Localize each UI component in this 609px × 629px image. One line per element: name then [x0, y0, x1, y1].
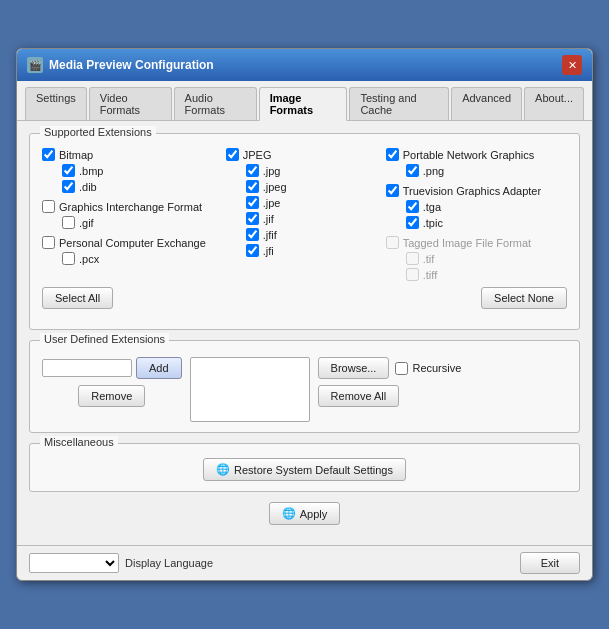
- user-defined-inner: Add Remove Browse... Recursive Re: [42, 357, 567, 422]
- user-defined-right: Browse... Recursive Remove All: [318, 357, 462, 422]
- jpeg-group-item: JPEG: [226, 148, 366, 161]
- select-all-button[interactable]: Select All: [42, 287, 113, 309]
- pcx-group-checkbox[interactable]: [42, 236, 55, 249]
- extension-input[interactable]: [42, 359, 132, 377]
- png-item: .png: [406, 164, 541, 177]
- user-defined-section: User Defined Extensions Add Remove Brows…: [29, 340, 580, 433]
- jfi-label: .jfi: [263, 245, 274, 257]
- misc-inner: 🌐 Restore System Default Settings: [42, 458, 567, 481]
- language-label: Display Language: [125, 557, 213, 569]
- restore-button[interactable]: 🌐 Restore System Default Settings: [203, 458, 406, 481]
- recursive-label: Recursive: [412, 362, 461, 374]
- select-row: Select All Select None: [42, 287, 567, 309]
- tab-advanced[interactable]: Advanced: [451, 87, 522, 120]
- tab-settings[interactable]: Settings: [25, 87, 87, 120]
- pcx-checkbox[interactable]: [62, 252, 75, 265]
- remove-button[interactable]: Remove: [78, 385, 145, 407]
- apply-label: Apply: [300, 508, 328, 520]
- tga-group-checkbox[interactable]: [386, 184, 399, 197]
- bitmap-item: Bitmap: [42, 148, 206, 161]
- jif-checkbox[interactable]: [246, 212, 259, 225]
- tab-about[interactable]: About...: [524, 87, 584, 120]
- tiff-ext-label: .tiff: [423, 269, 437, 281]
- extensions-grid: Bitmap .bmp .dib Graphics Interchange Fo…: [42, 148, 567, 281]
- tab-audio-formats[interactable]: Audio Formats: [174, 87, 257, 120]
- jpeg-ext-label: .jpeg: [263, 181, 287, 193]
- pcx-item: .pcx: [62, 252, 206, 265]
- jpg-item: .jpg: [246, 164, 366, 177]
- content-area: Supported Extensions Bitmap .bmp .dib: [17, 121, 592, 545]
- jfi-checkbox[interactable]: [246, 244, 259, 257]
- pcx-group-label: Personal Computer Exchange: [59, 237, 206, 249]
- language-select-container: Display Language: [29, 553, 213, 573]
- tiff-group-checkbox[interactable]: [386, 236, 399, 249]
- apply-row: 🌐 Apply: [29, 502, 580, 525]
- gif-checkbox[interactable]: [62, 216, 75, 229]
- add-button[interactable]: Add: [136, 357, 182, 379]
- gif-group-label: Graphics Interchange Format: [59, 201, 202, 213]
- jpeg-group-label: JPEG: [243, 149, 272, 161]
- user-defined-label: User Defined Extensions: [40, 333, 169, 345]
- language-dropdown[interactable]: [29, 553, 119, 573]
- tab-image-formats[interactable]: Image Formats: [259, 87, 348, 121]
- jif-label: .jif: [263, 213, 274, 225]
- apply-button[interactable]: 🌐 Apply: [269, 502, 341, 525]
- window-title: Media Preview Configuration: [49, 58, 214, 72]
- bmp-label: .bmp: [79, 165, 103, 177]
- title-bar: 🎬 Media Preview Configuration ✕: [17, 49, 592, 81]
- jpe-label: .jpe: [263, 197, 281, 209]
- jfif-item: .jfif: [246, 228, 366, 241]
- jpg-checkbox[interactable]: [246, 164, 259, 177]
- extensions-col-2: JPEG .jpg .jpeg .jpe: [226, 148, 366, 281]
- dib-label: .dib: [79, 181, 97, 193]
- jfif-checkbox[interactable]: [246, 228, 259, 241]
- bmp-checkbox[interactable]: [62, 164, 75, 177]
- jpeg-ext-checkbox[interactable]: [246, 180, 259, 193]
- recursive-checkbox[interactable]: [395, 362, 408, 375]
- tif-checkbox[interactable]: [406, 252, 419, 265]
- supported-extensions-label: Supported Extensions: [40, 126, 156, 138]
- user-defined-left: Add Remove: [42, 357, 182, 422]
- gif-group-checkbox[interactable]: [42, 200, 55, 213]
- gif-label: .gif: [79, 217, 94, 229]
- png-checkbox[interactable]: [406, 164, 419, 177]
- remove-all-button[interactable]: Remove All: [318, 385, 400, 407]
- dib-checkbox[interactable]: [62, 180, 75, 193]
- png-label: .png: [423, 165, 444, 177]
- tiff-checkbox[interactable]: [406, 268, 419, 281]
- png-group-label: Portable Network Graphics: [403, 149, 534, 161]
- pcx-group-item: Personal Computer Exchange: [42, 236, 206, 249]
- tabs-bar: Settings Video Formats Audio Formats Ima…: [17, 81, 592, 121]
- tpic-checkbox[interactable]: [406, 216, 419, 229]
- jpg-label: .jpg: [263, 165, 281, 177]
- tab-testing-cache[interactable]: Testing and Cache: [349, 87, 449, 120]
- exit-button[interactable]: Exit: [520, 552, 580, 574]
- list-box-container: [190, 357, 310, 422]
- jif-item: .jif: [246, 212, 366, 225]
- jpeg-ext-item: .jpeg: [246, 180, 366, 193]
- tpic-item: .tpic: [406, 216, 541, 229]
- browse-button[interactable]: Browse...: [318, 357, 390, 379]
- gif-group-item: Graphics Interchange Format: [42, 200, 206, 213]
- tab-video-formats[interactable]: Video Formats: [89, 87, 172, 120]
- jpe-checkbox[interactable]: [246, 196, 259, 209]
- gif-item: .gif: [62, 216, 206, 229]
- restore-label: Restore System Default Settings: [234, 464, 393, 476]
- tga-checkbox[interactable]: [406, 200, 419, 213]
- extensions-col-1: Bitmap .bmp .dib Graphics Interchange Fo…: [42, 148, 206, 281]
- extensions-col-3: Portable Network Graphics .png Truevisio…: [386, 148, 541, 281]
- dib-item: .dib: [62, 180, 206, 193]
- png-group-checkbox[interactable]: [386, 148, 399, 161]
- supported-extensions-section: Supported Extensions Bitmap .bmp .dib: [29, 133, 580, 330]
- miscellaneous-section: Miscellaneous 🌐 Restore System Default S…: [29, 443, 580, 492]
- bitmap-checkbox[interactable]: [42, 148, 55, 161]
- tiff-group-label: Tagged Image File Format: [403, 237, 531, 249]
- bitmap-label: Bitmap: [59, 149, 93, 161]
- browse-row: Browse... Recursive: [318, 357, 462, 379]
- jfi-item: .jfi: [246, 244, 366, 257]
- select-none-button[interactable]: Select None: [481, 287, 567, 309]
- main-window: 🎬 Media Preview Configuration ✕ Settings…: [16, 48, 593, 581]
- close-button[interactable]: ✕: [562, 55, 582, 75]
- jpeg-group-checkbox[interactable]: [226, 148, 239, 161]
- extensions-list[interactable]: [190, 357, 310, 422]
